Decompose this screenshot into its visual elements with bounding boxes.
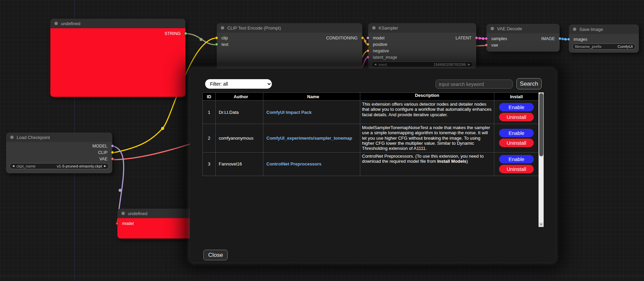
input-label-images: images — [574, 37, 587, 42]
input-label-clip: clip — [221, 36, 228, 40]
widget-name: ckpt_name — [16, 164, 35, 168]
widget-value: 156680208700286 — [433, 63, 466, 67]
filename-prefix-widget[interactable]: filename_prefix ComfyUI — [572, 43, 635, 50]
node-titlebar[interactable]: VAE Decode — [486, 24, 560, 33]
input-pin-model[interactable] — [116, 222, 119, 225]
uninstall-button[interactable]: Uninstall — [499, 113, 534, 121]
header-description: Description — [360, 93, 494, 101]
output-pin-string[interactable] — [184, 32, 187, 35]
cell-author: Dr.Lt.Data — [216, 101, 263, 124]
extension-link[interactable]: ComfyUI_experiments/sampler_tonemap — [266, 136, 352, 141]
extension-link[interactable]: ComfyUI Impact Pack — [266, 110, 312, 115]
canvas-axis-horizontal — [0, 276, 644, 276]
node-title: undefined — [128, 211, 147, 216]
input-label-model: model — [122, 221, 134, 226]
close-button[interactable]: Close — [203, 250, 228, 260]
input-label-text: text — [221, 42, 228, 47]
slot-row: CLIP — [6, 149, 112, 156]
seed-widget[interactable]: ◀ seed 156680208700286 ▶ — [371, 62, 473, 68]
enable-button[interactable]: Enable — [499, 129, 534, 137]
uninstall-button[interactable]: Uninstall — [499, 165, 534, 173]
input-pin-model[interactable] — [366, 36, 369, 39]
output-pin-latent[interactable] — [475, 36, 478, 39]
widget-name: filename_prefix — [575, 45, 601, 49]
node-title: undefined — [61, 21, 80, 26]
collapse-dot-icon[interactable] — [372, 26, 376, 30]
custom-nodes-manager-dialog: Filter: all Search ID Author Name Descri… — [190, 69, 556, 262]
node-titlebar[interactable]: KSampler — [368, 23, 476, 33]
slot-row: clip CONDITIONING — [217, 35, 362, 41]
cell-description: This extension offers various detector n… — [360, 101, 494, 124]
collapse-dot-icon[interactable] — [54, 22, 58, 25]
table-row: 3 Fannovel16 ControlNet Preprocessors Co… — [203, 152, 539, 176]
output-pin-image[interactable] — [558, 37, 561, 40]
node-titlebar[interactable]: Save Image — [569, 24, 639, 34]
extension-link[interactable]: ControlNet Preprocessors — [266, 161, 321, 166]
input-pin-clip[interactable] — [215, 36, 218, 39]
input-label-negative: negative — [373, 49, 389, 53]
collapse-dot-icon[interactable] — [121, 212, 125, 215]
filter-select[interactable]: Filter: all — [205, 79, 272, 89]
node-save-image[interactable]: Save Image images filename_prefix ComfyU… — [569, 24, 639, 53]
decrement-arrow-icon[interactable]: ◀ — [374, 63, 376, 66]
slot-row: samples IMAGE — [486, 35, 560, 42]
input-pin-latent-image[interactable] — [366, 56, 369, 59]
node-titlebar[interactable]: Load Checkpoint — [6, 133, 112, 142]
header-author: Author — [216, 93, 263, 101]
node-titlebar[interactable]: undefined — [50, 19, 185, 28]
widget-name: seed — [378, 63, 387, 67]
output-pin-clip[interactable] — [111, 151, 114, 154]
output-pin-model[interactable] — [111, 144, 114, 147]
cell-id: 2 — [203, 124, 216, 153]
node-title: CLIP Text Encode (Prompt) — [227, 25, 281, 31]
slot-row: positive — [368, 41, 476, 48]
output-label-string: STRING — [165, 31, 181, 36]
input-label-model: model — [373, 36, 384, 40]
slot-row: text — [217, 41, 362, 48]
scrollbar[interactable]: ▼ — [539, 92, 544, 227]
scrollbar-thumb[interactable] — [539, 93, 543, 156]
node-title: VAE Decode — [497, 26, 522, 31]
collapse-dot-icon[interactable] — [221, 26, 224, 30]
decrement-arrow-icon[interactable]: ◀ — [12, 165, 14, 168]
cell-description: ControlNet Preprocessors. (To use this e… — [360, 152, 494, 176]
output-pin-conditioning[interactable] — [361, 36, 364, 39]
description-bold-text: Install Models — [437, 159, 466, 164]
search-input[interactable] — [435, 80, 513, 89]
node-title: KSampler — [379, 25, 398, 31]
output-label-vae: VAE — [99, 157, 108, 161]
input-pin-samples[interactable] — [485, 37, 488, 40]
cell-install: Enable Uninstall — [494, 152, 539, 176]
ckpt-name-widget[interactable]: ◀ ckpt_name v1-5-pruned-emaonly.ckpt ▶ — [10, 163, 109, 169]
collapse-dot-icon[interactable] — [573, 28, 576, 31]
cell-id: 1 — [203, 101, 216, 124]
header-name: Name — [263, 93, 360, 101]
output-label-clip: CLIP — [98, 150, 108, 155]
input-pin-images[interactable] — [567, 38, 570, 41]
node-load-checkpoint[interactable]: Load Checkpoint MODEL CLIP VAE ◀ ckpt_na… — [6, 133, 112, 173]
node-titlebar[interactable]: CLIP Text Encode (Prompt) — [217, 23, 362, 33]
collapse-dot-icon[interactable] — [491, 27, 494, 30]
uninstall-button[interactable]: Uninstall — [499, 139, 534, 147]
input-pin-negative[interactable] — [366, 49, 369, 52]
input-pin-text[interactable] — [215, 43, 218, 46]
input-pin-positive[interactable] — [366, 43, 369, 46]
scroll-down-icon[interactable]: ▼ — [539, 222, 544, 227]
output-label-latent: LATENT — [456, 36, 472, 40]
node-undefined-top[interactable]: undefined STRING — [50, 19, 185, 97]
node-ksampler[interactable]: KSampler model LATENT positive negative … — [368, 23, 476, 69]
increment-arrow-icon[interactable]: ▶ — [468, 63, 470, 66]
output-label-conditioning: CONDITIONING — [326, 36, 358, 40]
node-title: Load Checkpoint — [17, 135, 50, 140]
increment-arrow-icon[interactable]: ▶ — [104, 165, 106, 168]
input-label-samples: samples — [491, 36, 507, 41]
enable-button[interactable]: Enable — [499, 155, 534, 163]
output-pin-vae[interactable] — [111, 157, 114, 160]
collapse-dot-icon[interactable] — [10, 136, 14, 139]
input-pin-vae[interactable] — [485, 43, 488, 47]
enable-button[interactable]: Enable — [499, 103, 534, 111]
node-vae-decode[interactable]: VAE Decode samples IMAGE vae — [486, 24, 560, 52]
header-id: ID — [203, 93, 216, 101]
search-button[interactable]: Search — [516, 78, 542, 89]
cell-install: Enable Uninstall — [494, 101, 539, 124]
